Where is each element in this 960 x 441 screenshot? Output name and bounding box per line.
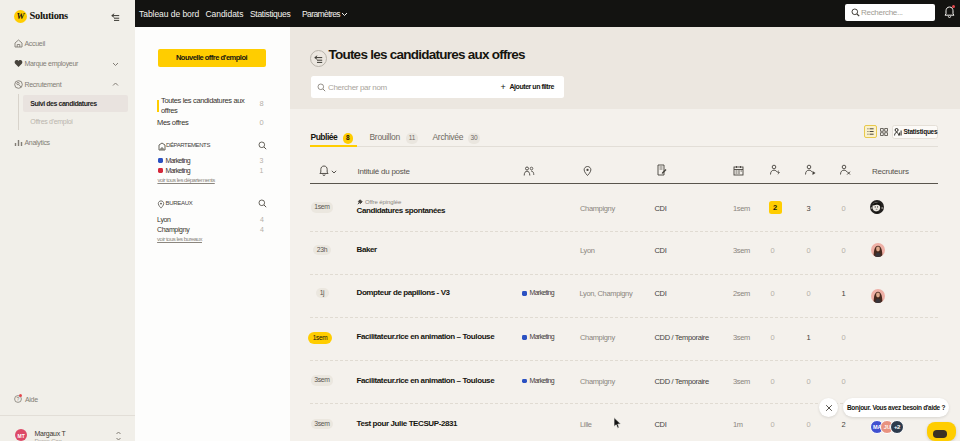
svg-text:?: ? xyxy=(16,396,19,402)
